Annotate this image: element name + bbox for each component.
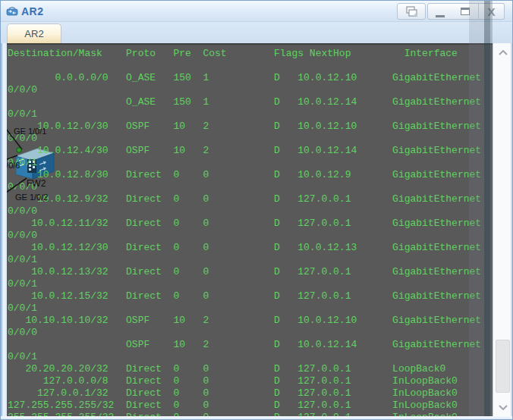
maximize-icon: [461, 8, 470, 15]
cli-window: Destination/Mask Proto Pre Cost Flags Ne…: [0, 0, 513, 420]
title-bar[interactable]: AR2 X: [1, 1, 512, 22]
window-right-border: [511, 22, 512, 420]
terminal-area[interactable]: Destination/Mask Proto Pre Cost Flags Ne…: [7, 43, 493, 416]
chevron-up-icon: [499, 50, 508, 55]
scroll-up-button[interactable]: [493, 45, 512, 60]
window-title: AR2: [21, 5, 44, 17]
scroll-down-button[interactable]: [493, 400, 512, 415]
popout-button[interactable]: [397, 3, 426, 20]
port-label-ge-1-0-2: GE 1/0/2: [15, 193, 48, 202]
tab-bar: AR2: [1, 22, 512, 43]
layered-windows-icon: [404, 5, 418, 17]
tab-ar2[interactable]: AR2: [7, 24, 61, 43]
chevron-down-icon: [499, 405, 508, 410]
window-left-border: [1, 22, 7, 420]
minimize-button[interactable]: [427, 3, 453, 20]
router-app-icon: [6, 5, 18, 17]
close-button[interactable]: X: [478, 3, 505, 20]
port-label-ge-1-0-1: GE 1/0/1: [14, 127, 46, 136]
minimize-icon: [436, 15, 445, 17]
window-bottom-border: [1, 416, 512, 420]
scrollbar-thumb[interactable]: [496, 340, 510, 393]
routing-table-output[interactable]: Destination/Mask Proto Pre Cost Flags Ne…: [8, 48, 481, 416]
terminal-scrollbar[interactable]: [493, 43, 512, 416]
device-name-label: FW2: [27, 178, 46, 189]
maximize-button[interactable]: [452, 3, 479, 20]
